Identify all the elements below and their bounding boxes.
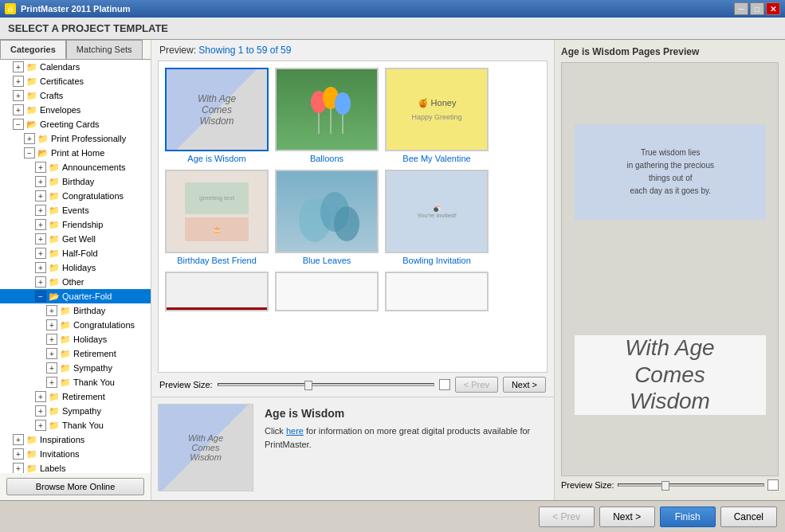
sidebar-item-get-well[interactable]: + 📁 Get Well: [0, 232, 151, 246]
card-item-bee-valentine[interactable]: 🍯 Honey Happy Greeting Bee My Valentine: [385, 68, 489, 163]
expander-icon[interactable]: −: [35, 291, 46, 302]
expander-icon[interactable]: +: [35, 190, 46, 201]
card-item-age-wisdom[interactable]: With AgeComesWisdom Age is Wisdom: [165, 68, 269, 163]
sidebar-item-print-pro[interactable]: + 📁 Print Professionally: [0, 131, 151, 146]
sidebar-item-retirement[interactable]: + 📁 Retirement: [0, 389, 151, 404]
expander-icon[interactable]: +: [35, 233, 46, 244]
expander-icon[interactable]: −: [13, 119, 24, 130]
tree-container[interactable]: + 📁 Calendars + 📁 Certificates + 📁 Craft…: [0, 60, 151, 473]
tab-categories[interactable]: Categories: [0, 40, 66, 59]
card-item-blue-leaves[interactable]: Blue Leaves: [275, 170, 379, 265]
sidebar-item-greeting-cards[interactable]: − 📂 Greeting Cards: [0, 117, 151, 131]
sidebar-item-crafts[interactable]: + 📁 Crafts: [0, 88, 151, 103]
sidebar-item-holidays[interactable]: + 📁 Holidays: [0, 260, 151, 275]
card-thumb: 🎳 You're invited!: [385, 170, 489, 253]
expander-icon[interactable]: +: [35, 420, 46, 431]
right-size-slider[interactable]: [618, 483, 764, 487]
right-slider-thumb[interactable]: [661, 481, 669, 491]
bottom-next-button[interactable]: Next >: [599, 507, 655, 527]
right-size-label: Preview Size:: [561, 480, 614, 490]
sidebar-item-congratulations[interactable]: + 📁 Congratulations: [0, 189, 151, 203]
sidebar-item-events[interactable]: + 📁 Events: [0, 203, 151, 217]
expander-icon[interactable]: +: [46, 334, 57, 345]
right-preview-size-bar: Preview Size:: [561, 476, 779, 494]
expander-icon[interactable]: +: [35, 176, 46, 187]
expander-icon[interactable]: +: [13, 90, 24, 101]
expander-icon[interactable]: +: [46, 319, 57, 331]
sidebar-item-calendars[interactable]: + 📁 Calendars: [0, 60, 151, 74]
sidebar-item-announcements[interactable]: + 📁 Announcements: [0, 160, 151, 174]
expander-icon[interactable]: +: [13, 76, 24, 87]
expander-icon[interactable]: +: [35, 248, 46, 259]
expander-icon[interactable]: +: [46, 305, 57, 316]
expander-icon[interactable]: +: [35, 262, 46, 273]
sidebar-item-inspirations[interactable]: + 📁 Inspirations: [0, 432, 151, 447]
preview-size-bar: Preview Size: < Prev Next >: [151, 373, 554, 397]
card-item-balloons[interactable]: Balloons: [275, 68, 379, 163]
sidebar-item-qf-birthday[interactable]: + 📁 Birthday: [0, 303, 151, 318]
card-label[interactable]: Age is Wisdom: [165, 154, 269, 163]
expander-icon[interactable]: +: [46, 362, 57, 374]
sidebar-item-qf-congratulations[interactable]: + 📁 Congratulations: [0, 318, 151, 332]
expander-icon[interactable]: +: [24, 133, 35, 144]
maximize-button[interactable]: □: [750, 2, 764, 15]
card-item-partial3[interactable]: [385, 272, 489, 311]
sidebar-item-friendship[interactable]: + 📁 Friendship: [0, 217, 151, 232]
svg-point-8: [334, 206, 359, 241]
expander-icon[interactable]: +: [35, 405, 46, 417]
card-item-partial1[interactable]: [165, 272, 269, 311]
sidebar-item-invitations[interactable]: + 📁 Invitations: [0, 447, 151, 461]
finish-button[interactable]: Finish: [660, 507, 716, 527]
bottom-prev-button[interactable]: < Prev: [539, 507, 595, 527]
sidebar-item-certificates[interactable]: + 📁 Certificates: [0, 74, 151, 88]
expander-icon[interactable]: +: [13, 463, 24, 473]
sidebar-item-half-fold[interactable]: + 📁 Half-Fold: [0, 246, 151, 260]
expander-icon[interactable]: +: [46, 348, 57, 359]
sidebar-item-print-home[interactable]: − 📂 Print at Home: [0, 146, 151, 160]
card-grid[interactable]: With AgeComesWisdom Age is Wisdom: [159, 61, 547, 372]
sidebar-item-labels[interactable]: + 📁 Labels: [0, 461, 151, 473]
card-item-partial2[interactable]: [275, 272, 379, 311]
sidebar-item-other[interactable]: + 📁 Other: [0, 275, 151, 289]
expander-icon[interactable]: +: [35, 205, 46, 216]
card-item-bowling[interactable]: 🎳 You're invited! Bowling Invitation: [385, 170, 489, 265]
card-label[interactable]: Bowling Invitation: [385, 256, 489, 265]
sidebar-item-envelopes[interactable]: + 📁 Envelopes: [0, 103, 151, 117]
card-label[interactable]: Bee My Valentine: [385, 154, 489, 163]
card-item-bday-friend[interactable]: greeting text 🎂 Birthday Best Friend: [165, 170, 269, 265]
sidebar-item-qf-retirement[interactable]: + 📁 Retirement: [0, 346, 151, 361]
minimize-button[interactable]: ─: [734, 2, 748, 15]
info-link[interactable]: here: [286, 426, 304, 436]
prev-button[interactable]: < Prev: [455, 377, 498, 393]
expander-icon[interactable]: +: [35, 219, 46, 230]
sidebar-item-thankyou[interactable]: + 📁 Thank You: [0, 418, 151, 432]
expander-icon[interactable]: +: [46, 377, 57, 388]
expander-icon[interactable]: +: [35, 276, 46, 288]
card-label[interactable]: Balloons: [275, 154, 379, 163]
size-slider-thumb[interactable]: [304, 381, 312, 390]
cancel-button[interactable]: Cancel: [720, 507, 777, 527]
sidebar-item-sympathy[interactable]: + 📁 Sympathy: [0, 404, 151, 418]
expander-icon[interactable]: +: [13, 434, 24, 445]
expander-icon[interactable]: +: [35, 391, 46, 402]
size-slider[interactable]: [218, 383, 434, 386]
sidebar-item-qf-thankyou[interactable]: + 📁 Thank You: [0, 375, 151, 389]
expander-icon[interactable]: +: [13, 448, 24, 460]
sidebar-item-qf-holidays[interactable]: + 📁 Holidays: [0, 332, 151, 346]
close-button[interactable]: ✕: [766, 2, 780, 15]
expander-icon[interactable]: +: [13, 61, 24, 72]
card-thumb: greeting text 🎂: [165, 170, 269, 253]
app-icon: 🖨: [5, 3, 16, 14]
expander-icon[interactable]: +: [13, 104, 24, 115]
card-thumb: [275, 68, 379, 151]
next-button[interactable]: Next >: [503, 377, 546, 393]
sidebar-item-qf-sympathy[interactable]: + 📁 Sympathy: [0, 361, 151, 375]
tab-matching-sets[interactable]: Matching Sets: [66, 40, 143, 59]
expander-icon[interactable]: −: [24, 147, 35, 158]
card-label[interactable]: Blue Leaves: [275, 256, 379, 265]
card-label[interactable]: Birthday Best Friend: [165, 256, 269, 265]
expander-icon[interactable]: +: [35, 162, 46, 173]
sidebar-item-quarter-fold[interactable]: − 📂 Quarter-Fold: [0, 289, 151, 303]
sidebar-item-birthday[interactable]: + 📁 Birthday: [0, 174, 151, 189]
browse-online-button[interactable]: Browse More Online: [6, 478, 144, 495]
